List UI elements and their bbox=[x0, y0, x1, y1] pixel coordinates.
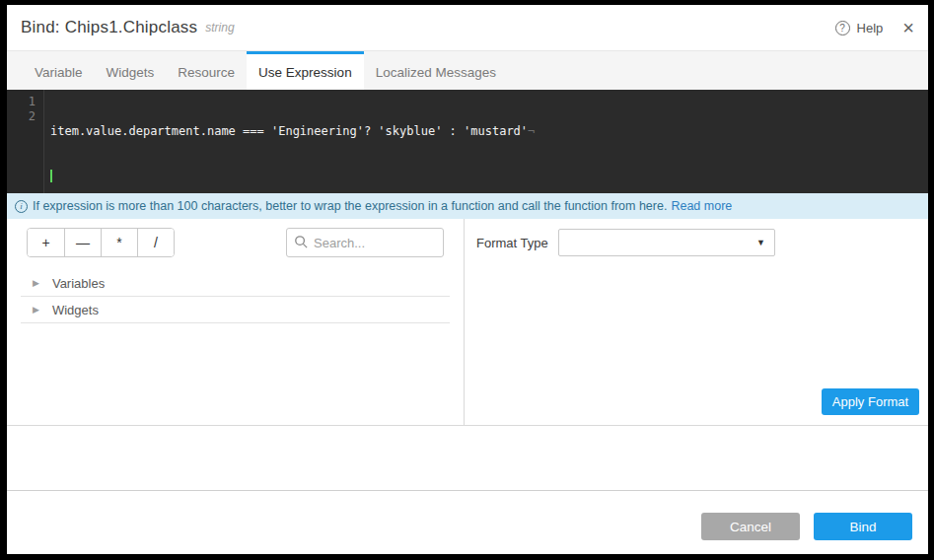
chevron-right-icon[interactable]: ▶ bbox=[33, 278, 39, 288]
format-type-row: Format Type ▼ bbox=[465, 219, 928, 256]
minus-operator-button[interactable]: — bbox=[64, 229, 101, 256]
tree-item-widgets[interactable]: ▶ Widgets bbox=[21, 297, 450, 323]
dialog-header: Bind: Chips1.Chipclass string ? Help × bbox=[7, 5, 928, 51]
tree-item-variables[interactable]: ▶ Variables bbox=[21, 270, 450, 297]
operator-toolbar: + — * / bbox=[7, 219, 464, 257]
search-icon bbox=[294, 235, 309, 249]
format-type-dropdown[interactable]: ▼ bbox=[558, 229, 775, 256]
bind-dialog: Bind: Chips1.Chipclass string ? Help × V… bbox=[7, 5, 928, 554]
line-number: 1 bbox=[7, 95, 36, 109]
info-icon: i bbox=[15, 200, 28, 213]
multiply-operator-button[interactable]: * bbox=[101, 229, 137, 256]
dialog-footer: Cancel Bind bbox=[7, 490, 928, 554]
operator-button-group: + — * / bbox=[27, 228, 175, 257]
line-number: 2 bbox=[7, 109, 36, 124]
expression-editor[interactable]: 1 2 item.value.department.name === 'Engi… bbox=[7, 90, 928, 193]
spacer bbox=[7, 426, 928, 490]
help-link[interactable]: Help bbox=[857, 21, 884, 35]
tab-variable[interactable]: Variable bbox=[23, 51, 95, 90]
tab-resource[interactable]: Resource bbox=[166, 51, 247, 90]
apply-format-button[interactable]: Apply Format bbox=[822, 388, 919, 415]
bind-sources-panel: + — * / ▶ Variables bbox=[7, 219, 465, 425]
help-icon[interactable]: ? bbox=[835, 21, 850, 35]
tab-localized-messages[interactable]: Localized Messages bbox=[364, 51, 508, 90]
search-input[interactable] bbox=[286, 228, 444, 257]
caret-down-icon: ▼ bbox=[756, 238, 765, 247]
tree-item-label: Widgets bbox=[52, 303, 99, 317]
tab-bar: Variable Widgets Resource Use Expression… bbox=[7, 51, 928, 90]
text-cursor bbox=[50, 170, 52, 182]
plus-operator-button[interactable]: + bbox=[28, 229, 64, 256]
bind-source-tree: ▶ Variables ▶ Widgets bbox=[7, 270, 464, 323]
format-panel: Format Type ▼ Apply Format bbox=[465, 219, 928, 425]
tab-widgets[interactable]: Widgets bbox=[95, 51, 167, 90]
bound-property-type: string bbox=[205, 21, 234, 35]
code-line-1: item.value.department.name === 'Engineer… bbox=[50, 124, 528, 138]
format-type-label: Format Type bbox=[476, 236, 558, 250]
hint-text: If expression is more than 100 character… bbox=[33, 199, 667, 213]
header-actions: ? Help × bbox=[835, 20, 914, 35]
tree-item-label: Variables bbox=[52, 276, 105, 291]
editor-code-area[interactable]: item.value.department.name === 'Engineer… bbox=[44, 90, 928, 193]
close-icon[interactable]: × bbox=[902, 20, 914, 35]
read-more-link[interactable]: Read more bbox=[671, 199, 732, 213]
main-area: + — * / ▶ Variables bbox=[7, 219, 928, 426]
divide-operator-button[interactable]: / bbox=[137, 229, 174, 256]
expression-hint-bar: i If expression is more than 100 charact… bbox=[7, 193, 928, 219]
bind-button[interactable]: Bind bbox=[814, 513, 912, 540]
search-box bbox=[286, 228, 444, 257]
editor-gutter: 1 2 bbox=[7, 90, 44, 193]
dialog-title: Bind: Chips1.Chipclass bbox=[21, 18, 197, 37]
cancel-button[interactable]: Cancel bbox=[701, 513, 800, 540]
chevron-right-icon[interactable]: ▶ bbox=[33, 305, 39, 315]
tab-use-expression[interactable]: Use Expression bbox=[247, 51, 364, 90]
eol-marker: ¬ bbox=[528, 124, 535, 138]
